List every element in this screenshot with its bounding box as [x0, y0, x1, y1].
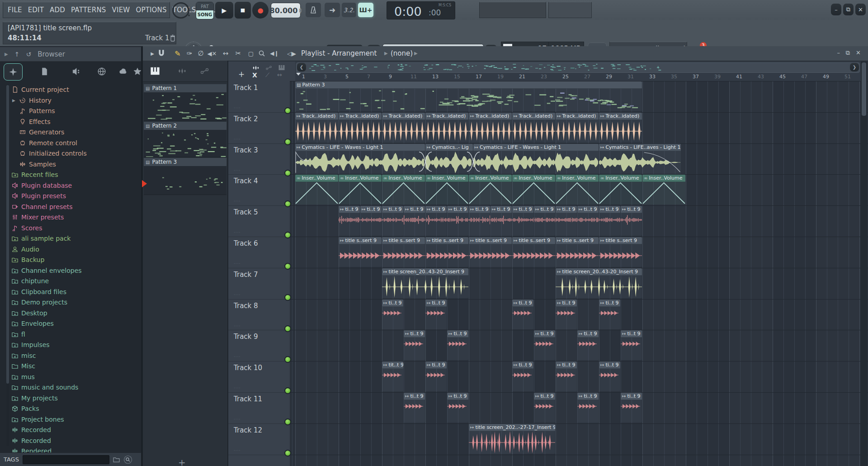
clip-header[interactable]: ↦Track..idated) — [599, 113, 642, 120]
browser-item[interactable]: Samples — [19, 161, 56, 168]
playlist-clip[interactable]: ↦ti..t 9 — [577, 330, 599, 360]
clip-header[interactable]: ↦ti..t 9 — [556, 300, 577, 307]
browser-item[interactable]: Audio — [12, 246, 39, 253]
clip-header[interactable]: ↦title s..sert 9 — [512, 237, 555, 244]
clip-header[interactable]: ∞Inser..Volume — [599, 175, 642, 182]
clip-header[interactable]: ↦ti..t 9 — [491, 206, 512, 213]
add-pattern-plus-button[interactable]: + — [178, 457, 186, 466]
playlist-clip[interactable]: ↦title s..sert 9 — [339, 237, 382, 267]
browser-item[interactable]: Clipboard files — [12, 288, 66, 295]
pat-song-toggle[interactable]: PAT SONG — [196, 2, 214, 19]
pattern-tile-header[interactable]: ▤Pattern 1 — [144, 84, 226, 92]
clip-header[interactable]: ↦ti..t 9 — [360, 206, 382, 213]
clip-header[interactable]: ↦ti..t 9 — [512, 361, 533, 369]
track-options-dots[interactable]: .... — [234, 353, 241, 358]
browser-back-icon[interactable]: ↺ — [26, 51, 31, 58]
track-options-dots[interactable]: .... — [234, 260, 241, 265]
playlist-clip[interactable]: ↦ti..t 9 — [577, 206, 599, 236]
clip-header[interactable]: ↦ti..t 9 — [534, 330, 555, 338]
stretch-tool-icon[interactable]: ↔ — [277, 71, 282, 78]
playlist-clip[interactable]: ↦ti..t 9 — [599, 361, 620, 391]
browser-item[interactable]: Backup — [12, 256, 44, 263]
clip-header[interactable]: ↦ti..t 9 — [512, 300, 533, 307]
browser-item[interactable]: Current project — [12, 86, 69, 93]
track-name[interactable]: Track 6 — [234, 239, 258, 247]
playlist-clip[interactable]: ↦Track..idated) — [512, 113, 555, 143]
browser-tab-globe-icon[interactable] — [93, 63, 111, 80]
playlist-clip[interactable]: ↦ti..t 9 — [534, 393, 555, 423]
menu-item-view[interactable]: VIEW — [112, 6, 130, 14]
browser-scrollbar-thumb[interactable] — [6, 85, 9, 384]
main-volume-knob[interactable] — [172, 2, 189, 19]
clip-header[interactable]: ↦ti..t 9 — [447, 393, 468, 400]
playlist-clip[interactable]: ↦Cymatics - LIFE - Waves - Light 1 — [473, 144, 599, 174]
track-options-dots[interactable]: .... — [234, 105, 241, 109]
playlist-clip[interactable]: ↦ti..t 9 — [621, 206, 642, 236]
playlist-clip[interactable]: ↦ti..t 9 — [425, 361, 447, 391]
browser-tab-sparkle-icon[interactable] — [4, 63, 23, 81]
clip-header[interactable]: ↦title s..sert 9 — [556, 237, 599, 244]
draw-pencil-icon[interactable]: ✎ — [173, 48, 183, 58]
playlist-clip[interactable]: ↦ti..t 9 — [425, 300, 447, 329]
playlist-clip[interactable]: ↦ti..t 9 — [447, 206, 468, 236]
clip-header[interactable]: ∞Inser..Volume — [295, 175, 338, 182]
track-name[interactable]: Track 12 — [234, 426, 262, 434]
playlist-clip[interactable]: ∞Inser..Volume — [512, 175, 555, 204]
clip-header[interactable]: ↦ti..t 9 — [339, 206, 360, 213]
playlist-clip[interactable]: ↦ti..t 9 — [469, 206, 490, 236]
playlist-clip[interactable]: ↦ti..t 9 — [447, 330, 468, 360]
browser-item[interactable]: Plugin presets — [12, 192, 66, 200]
bpm-display[interactable]: 80.000 ▲▼ — [271, 3, 301, 18]
menu-item-options[interactable]: OPTIONS — [136, 6, 166, 14]
playlist-clip[interactable]: ↦ti..t 9 — [360, 206, 382, 236]
browser-scrollbar[interactable] — [6, 84, 9, 446]
pattern-tile-header[interactable]: ▤Pattern 2 — [144, 122, 226, 130]
playlist-minimize-button[interactable]: – — [837, 49, 840, 56]
playlist-clip[interactable]: ↦title screen_202..-27-17_Insert 9 — [469, 424, 555, 454]
playlist-clip[interactable]: ↦ti..t 9 — [425, 206, 447, 236]
browser-item[interactable]: Desktop — [12, 309, 47, 317]
playlist-lanes[interactable]: ▤Pattern 3↦Track..idated)↦Track..idated)… — [290, 81, 868, 466]
browser-item[interactable]: Demo projects — [12, 299, 67, 306]
clip-header[interactable]: ↦Cymatics..- Lig — [425, 144, 473, 151]
track-name[interactable]: Track 7 — [234, 271, 258, 279]
clip-header[interactable]: ↦Track..idated) — [425, 113, 468, 120]
playlist-clip[interactable]: ↦ti..t 9 — [556, 361, 577, 391]
clip-header[interactable]: ↦ti..t 9 — [469, 206, 490, 213]
playlist-close-button[interactable]: ✕ — [856, 49, 861, 56]
playlist-clip[interactable]: ↦ti..t 9 — [621, 393, 642, 423]
playlist-clip[interactable]: ∞Inser..Volume — [469, 175, 512, 204]
clip-header[interactable]: ↦ti..t 9 — [621, 206, 642, 213]
browser-up-icon[interactable]: ↑ — [14, 51, 20, 58]
clip-header[interactable]: ↦ti..t 9 — [599, 300, 620, 307]
playlist-clip[interactable]: ↦Track..idated) — [339, 113, 382, 143]
browser-item[interactable]: Generators — [19, 128, 64, 136]
playlist-menu-arrow-icon[interactable]: ▶ — [147, 48, 157, 58]
playlist-clip[interactable]: ↦Cymatics - LIFE - Waves - Light 1 — [295, 144, 425, 174]
browser-item[interactable]: fl — [12, 331, 25, 338]
browser-item[interactable]: Recorded — [12, 437, 51, 444]
track-options-dots[interactable]: .... — [234, 323, 241, 327]
browser-item[interactable]: ali sample pack — [12, 235, 71, 242]
clip-header[interactable]: ∞Inser..Volume — [339, 175, 382, 182]
playlist-clip[interactable]: ↦ti..t 9 — [512, 361, 533, 391]
browser-item[interactable]: Recorded — [12, 426, 51, 433]
slip-icon[interactable]: ↔ — [221, 48, 231, 58]
menu-item-file[interactable]: FILE — [8, 6, 22, 14]
clip-header[interactable]: ↦ti..t 9 — [577, 206, 599, 213]
slice-icon[interactable]: ✂ — [233, 48, 243, 58]
playlist-clip[interactable]: ↦Track..idated) — [469, 113, 512, 143]
browser-item[interactable]: mus — [12, 373, 35, 380]
menu-item-add[interactable]: ADD — [50, 6, 65, 14]
track-options-dots[interactable]: .... — [234, 447, 241, 452]
browser-item[interactable]: My projects — [12, 395, 58, 402]
browser-item[interactable]: Patterns — [19, 107, 55, 114]
track-name[interactable]: Track 8 — [234, 302, 258, 310]
pattern-preview[interactable] — [144, 166, 226, 195]
playlist-clip[interactable]: ↦ti..t 9 — [382, 300, 403, 329]
playlist-clip[interactable]: ↦title s..sert 9 — [469, 237, 512, 267]
delete-track-button[interactable]: X — [252, 71, 257, 79]
track-options-dots[interactable]: .... — [234, 385, 241, 389]
pattern-tile-header[interactable]: ▤Pattern 3 — [144, 158, 226, 166]
clip-header[interactable]: ↦ti..t 9 — [534, 206, 555, 213]
